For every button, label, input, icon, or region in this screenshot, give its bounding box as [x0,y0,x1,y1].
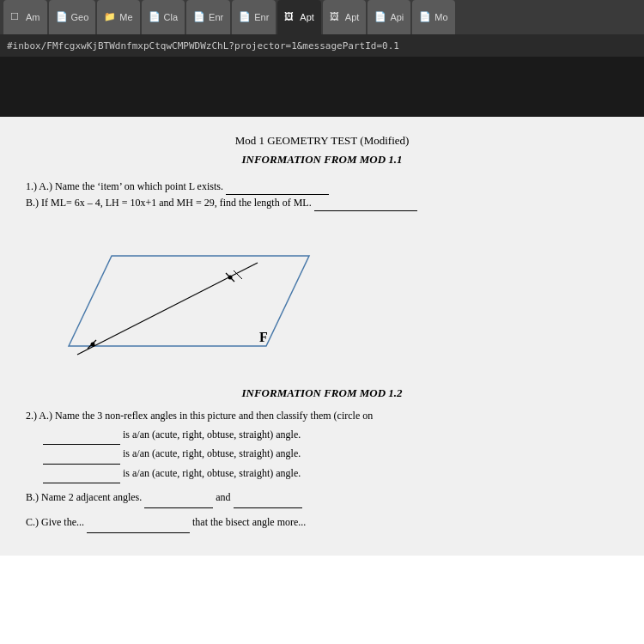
question-1-block: 1.) A.) Name the ‘item’ on which point L… [26,179,618,211]
section2-heading: INFORMATION FROM MOD 1.2 [26,386,618,400]
angle-line-3-blank [43,465,120,484]
tab-geo-label: Geo [71,12,89,22]
angle-line-2-blank [43,445,120,465]
question-1b-text: B.) If ML= 6x – 4, LH = 10x+1 and MH = 2… [26,195,618,211]
tab-am-icon: ☐ [10,11,22,23]
tab-cla[interactable]: 📄 Cla [142,0,185,34]
tab-apt2[interactable]: 🖼 Apt [323,0,367,34]
tab-enr2-icon: 📄 [239,11,251,23]
angle-line-3: is a/an (acute, right, obtuse, straight)… [43,465,618,484]
q2b-blank1 [144,489,213,508]
tab-mo-label: Mo [434,12,447,22]
tab-me-icon: 📁 [104,11,116,23]
svg-text:F: F [259,330,268,344]
tab-mo-icon: 📄 [419,11,431,23]
address-bar[interactable]: #inbox/FMfcgxwKjBTWdnfmxpCtqwCMPWDWzChL?… [0,34,644,57]
q1b-answer-line [314,195,417,211]
tab-apt1-icon: 🖼 [284,11,296,23]
question-2b: B.) Name 2 adjacent angles. and [26,489,618,508]
tab-apt1[interactable]: 🖼 Apt [277,0,321,34]
tab-geo[interactable]: 📄 Geo [49,0,96,34]
tab-apt2-label: Apt [345,12,360,22]
question-1a-text: 1.) A.) Name the ‘item’ on which point L… [26,179,618,195]
dark-top-spacer [0,57,644,117]
tab-enr1[interactable]: 📄 Enr [186,0,230,34]
document-content: Mod 1 GEOMETRY TEST (Modified) INFORMATI… [0,117,644,556]
diagram-svg: F [43,222,335,376]
tab-geo-icon: 📄 [56,11,68,23]
q1a-answer-line [226,179,329,195]
angle-line-2: is a/an (acute, right, obtuse, straight)… [43,445,618,465]
tab-enr1-label: Enr [209,12,223,22]
tab-am-label: Am [26,12,40,22]
q2c-blank [87,513,190,533]
angle-line-1-blank [43,426,120,446]
tab-cla-icon: 📄 [149,11,161,23]
document-title: Mod 1 GEOMETRY TEST (Modified) [26,134,618,148]
tab-me-label: Me [119,12,132,22]
question-2-block: 2.) A.) Name the 3 non-reflex angles in … [26,407,618,533]
tab-api[interactable]: 📄 Api [368,0,410,34]
question-2c-partial: C.) Give the... that the bisect angle mo… [26,513,618,533]
browser-tab-bar: ☐ Am 📄 Geo 📁 Me 📄 Cla 📄 Enr 📄 Enr 🖼 Apt … [0,0,644,34]
q2c-continuation: that the bisect angle more... [192,516,306,528]
tab-api-icon: 📄 [374,11,386,23]
tab-enr2-label: Enr [254,12,269,22]
q2b-blank2 [234,489,302,508]
tab-enr2[interactable]: 📄 Enr [232,0,276,34]
tab-api-label: Api [390,12,404,22]
tab-apt1-label: Apt [300,12,314,22]
url-text: #inbox/FMfcgxwKjBTWdnfmxpCtqwCMPWDWzChL?… [7,40,399,52]
tab-am[interactable]: ☐ Am [3,0,47,34]
svg-line-5 [226,273,234,282]
geometry-diagram: F [43,222,335,376]
tab-me[interactable]: 📁 Me [97,0,139,34]
tab-mo[interactable]: 📄 Mo [412,0,454,34]
tab-enr1-icon: 📄 [193,11,205,23]
svg-marker-0 [69,256,309,346]
tab-apt2-icon: 🖼 [330,11,342,23]
tab-cla-label: Cla [164,12,179,22]
section1-heading: INFORMATION FROM MOD 1.1 [26,153,618,167]
angle-line-1: is a/an (acute, right, obtuse, straight)… [43,426,618,446]
angle-lines-container: is a/an (acute, right, obtuse, straight)… [43,426,618,484]
question-2-intro: 2.) A.) Name the 3 non-reflex angles in … [26,407,618,426]
